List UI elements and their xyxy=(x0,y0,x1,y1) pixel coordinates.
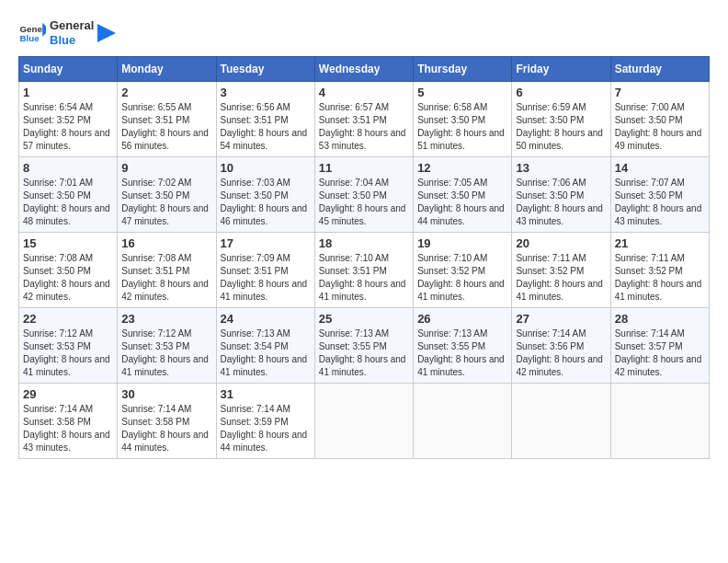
day-number: 21 xyxy=(615,236,705,250)
weekday-header: Wednesday xyxy=(314,57,413,82)
calendar-day-cell: 27Sunrise: 7:14 AMSunset: 3:56 PMDayligh… xyxy=(512,308,610,384)
day-number: 10 xyxy=(221,161,311,175)
day-number: 1 xyxy=(23,86,113,99)
day-info: Sunrise: 7:02 AMSunset: 3:50 PMDaylight:… xyxy=(121,177,211,228)
day-info: Sunrise: 7:03 AMSunset: 3:50 PMDaylight:… xyxy=(221,177,311,228)
day-info: Sunrise: 7:08 AMSunset: 3:50 PMDaylight:… xyxy=(23,252,113,304)
day-number: 4 xyxy=(319,86,409,99)
calendar-day-cell: 14Sunrise: 7:07 AMSunset: 3:50 PMDayligh… xyxy=(610,157,709,233)
day-number: 13 xyxy=(516,161,606,175)
logo-blue: Blue xyxy=(50,33,94,48)
day-number: 18 xyxy=(319,236,409,250)
calendar-week-row: 15Sunrise: 7:08 AMSunset: 3:50 PMDayligh… xyxy=(19,233,710,308)
calendar-day-cell: 5Sunrise: 6:58 AMSunset: 3:50 PMDaylight… xyxy=(414,82,512,157)
day-number: 9 xyxy=(121,161,211,175)
calendar-day-cell: 2Sunrise: 6:55 AMSunset: 3:51 PMDaylight… xyxy=(118,82,216,157)
calendar-day-cell: 4Sunrise: 6:57 AMSunset: 3:51 PMDaylight… xyxy=(314,82,413,157)
calendar-day-cell: 23Sunrise: 7:12 AMSunset: 3:53 PMDayligh… xyxy=(118,308,216,384)
calendar-day-cell: 15Sunrise: 7:08 AMSunset: 3:50 PMDayligh… xyxy=(19,233,118,308)
day-number: 26 xyxy=(417,312,507,326)
day-number: 20 xyxy=(516,236,606,250)
calendar-day-cell: 30Sunrise: 7:14 AMSunset: 3:58 PMDayligh… xyxy=(118,384,216,459)
day-number: 14 xyxy=(615,161,705,175)
calendar-day-cell: 12Sunrise: 7:05 AMSunset: 3:50 PMDayligh… xyxy=(414,157,512,233)
page-header: General Blue General Blue xyxy=(18,18,710,47)
calendar-day-cell: 16Sunrise: 7:08 AMSunset: 3:51 PMDayligh… xyxy=(118,233,216,308)
day-number: 16 xyxy=(121,236,211,250)
day-info: Sunrise: 7:14 AMSunset: 3:57 PMDaylight:… xyxy=(615,327,705,379)
calendar-day-cell: 8Sunrise: 7:01 AMSunset: 3:50 PMDaylight… xyxy=(19,157,118,233)
calendar-day-cell: 26Sunrise: 7:13 AMSunset: 3:55 PMDayligh… xyxy=(414,308,512,384)
day-info: Sunrise: 7:05 AMSunset: 3:50 PMDaylight:… xyxy=(417,177,507,228)
calendar-week-row: 29Sunrise: 7:14 AMSunset: 3:58 PMDayligh… xyxy=(19,384,710,459)
svg-marker-3 xyxy=(97,24,116,42)
day-info: Sunrise: 7:14 AMSunset: 3:58 PMDaylight:… xyxy=(23,403,113,454)
day-number: 19 xyxy=(417,236,507,250)
day-info: Sunrise: 7:08 AMSunset: 3:51 PMDaylight:… xyxy=(121,252,211,304)
day-number: 29 xyxy=(23,387,113,401)
svg-text:Blue: Blue xyxy=(20,33,40,43)
calendar-day-cell: 28Sunrise: 7:14 AMSunset: 3:57 PMDayligh… xyxy=(610,308,709,384)
calendar-day-cell: 13Sunrise: 7:06 AMSunset: 3:50 PMDayligh… xyxy=(512,157,610,233)
calendar-day-cell: 22Sunrise: 7:12 AMSunset: 3:53 PMDayligh… xyxy=(19,308,118,384)
calendar-week-row: 22Sunrise: 7:12 AMSunset: 3:53 PMDayligh… xyxy=(19,308,710,384)
day-info: Sunrise: 7:09 AMSunset: 3:51 PMDaylight:… xyxy=(221,252,311,304)
calendar-day-cell: 10Sunrise: 7:03 AMSunset: 3:50 PMDayligh… xyxy=(216,157,314,233)
day-info: Sunrise: 7:10 AMSunset: 3:52 PMDaylight:… xyxy=(417,252,507,304)
calendar-day-cell xyxy=(512,384,610,459)
day-number: 31 xyxy=(221,387,311,401)
day-info: Sunrise: 6:59 AMSunset: 3:50 PMDaylight:… xyxy=(516,101,606,153)
day-info: Sunrise: 7:10 AMSunset: 3:51 PMDaylight:… xyxy=(319,252,409,304)
day-info: Sunrise: 6:55 AMSunset: 3:51 PMDaylight:… xyxy=(121,101,211,153)
weekday-header: Monday xyxy=(118,57,216,82)
day-info: Sunrise: 7:11 AMSunset: 3:52 PMDaylight:… xyxy=(516,252,606,304)
logo-general: General xyxy=(50,18,94,33)
day-info: Sunrise: 7:14 AMSunset: 3:56 PMDaylight:… xyxy=(516,327,606,379)
calendar-day-cell: 25Sunrise: 7:13 AMSunset: 3:55 PMDayligh… xyxy=(314,308,413,384)
weekday-header: Saturday xyxy=(610,57,709,82)
day-number: 23 xyxy=(121,312,211,326)
calendar-day-cell: 18Sunrise: 7:10 AMSunset: 3:51 PMDayligh… xyxy=(314,233,413,308)
day-info: Sunrise: 7:13 AMSunset: 3:54 PMDaylight:… xyxy=(221,327,311,379)
calendar-day-cell: 1Sunrise: 6:54 AMSunset: 3:52 PMDaylight… xyxy=(19,82,118,157)
calendar-day-cell xyxy=(610,384,709,459)
weekday-header: Thursday xyxy=(414,57,512,82)
day-info: Sunrise: 7:00 AMSunset: 3:50 PMDaylight:… xyxy=(615,101,705,153)
day-number: 12 xyxy=(417,161,507,175)
day-number: 28 xyxy=(615,312,705,326)
day-number: 25 xyxy=(319,312,409,326)
day-info: Sunrise: 6:54 AMSunset: 3:52 PMDaylight:… xyxy=(23,101,113,153)
day-info: Sunrise: 7:12 AMSunset: 3:53 PMDaylight:… xyxy=(121,327,211,379)
calendar-day-cell: 21Sunrise: 7:11 AMSunset: 3:52 PMDayligh… xyxy=(610,233,709,308)
calendar-day-cell: 29Sunrise: 7:14 AMSunset: 3:58 PMDayligh… xyxy=(19,384,118,459)
logo: General Blue General Blue xyxy=(18,18,116,47)
day-number: 8 xyxy=(23,161,113,175)
day-number: 7 xyxy=(615,86,705,99)
day-number: 3 xyxy=(221,86,311,99)
day-number: 6 xyxy=(516,86,606,99)
calendar-day-cell: 11Sunrise: 7:04 AMSunset: 3:50 PMDayligh… xyxy=(314,157,413,233)
weekday-header: Sunday xyxy=(19,57,118,82)
logo-arrow-icon xyxy=(97,24,116,42)
calendar-day-cell: 17Sunrise: 7:09 AMSunset: 3:51 PMDayligh… xyxy=(216,233,314,308)
day-info: Sunrise: 7:01 AMSunset: 3:50 PMDaylight:… xyxy=(23,177,113,228)
weekday-header: Tuesday xyxy=(216,57,314,82)
day-info: Sunrise: 7:11 AMSunset: 3:52 PMDaylight:… xyxy=(615,252,705,304)
calendar-week-row: 1Sunrise: 6:54 AMSunset: 3:52 PMDaylight… xyxy=(19,82,710,157)
calendar-table: SundayMondayTuesdayWednesdayThursdayFrid… xyxy=(18,56,710,459)
day-number: 17 xyxy=(221,236,311,250)
day-info: Sunrise: 7:07 AMSunset: 3:50 PMDaylight:… xyxy=(615,177,705,228)
calendar-day-cell: 6Sunrise: 6:59 AMSunset: 3:50 PMDaylight… xyxy=(512,82,610,157)
day-info: Sunrise: 7:06 AMSunset: 3:50 PMDaylight:… xyxy=(516,177,606,228)
day-number: 27 xyxy=(516,312,606,326)
svg-text:General: General xyxy=(20,23,47,33)
calendar-day-cell xyxy=(414,384,512,459)
day-number: 5 xyxy=(417,86,507,99)
day-info: Sunrise: 7:14 AMSunset: 3:58 PMDaylight:… xyxy=(121,403,211,454)
day-info: Sunrise: 6:56 AMSunset: 3:51 PMDaylight:… xyxy=(221,101,311,153)
day-number: 15 xyxy=(23,236,113,250)
calendar-day-cell: 7Sunrise: 7:00 AMSunset: 3:50 PMDaylight… xyxy=(610,82,709,157)
logo-icon: General Blue xyxy=(18,19,46,47)
day-info: Sunrise: 7:13 AMSunset: 3:55 PMDaylight:… xyxy=(319,327,409,379)
calendar-day-cell: 9Sunrise: 7:02 AMSunset: 3:50 PMDaylight… xyxy=(118,157,216,233)
